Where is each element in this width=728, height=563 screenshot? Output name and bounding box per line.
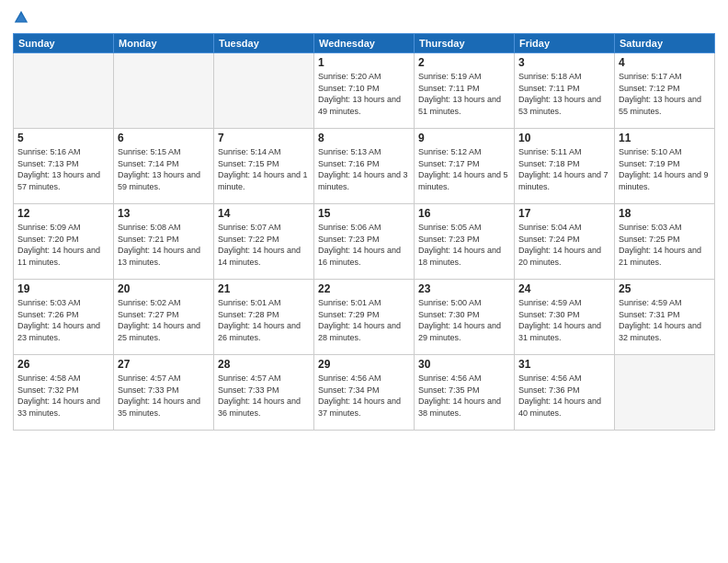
day-number: 27 (118, 358, 210, 371)
day-info: Sunrise: 5:16 AM Sunset: 7:13 PM Dayligh… (17, 146, 109, 192)
day-number: 5 (17, 132, 109, 144)
day-info: Sunrise: 4:58 AM Sunset: 7:32 PM Dayligh… (17, 373, 109, 419)
day-number: 25 (619, 282, 711, 295)
day-number: 15 (318, 207, 410, 220)
day-number: 19 (17, 282, 109, 295)
calendar-cell: 22Sunrise: 5:01 AM Sunset: 7:29 PM Dayli… (314, 280, 415, 355)
calendar-week-row: 5Sunrise: 5:16 AM Sunset: 7:13 PM Daylig… (14, 129, 715, 204)
calendar-cell: 29Sunrise: 4:56 AM Sunset: 7:34 PM Dayli… (314, 355, 415, 431)
day-info: Sunrise: 5:01 AM Sunset: 7:28 PM Dayligh… (218, 297, 310, 343)
calendar-cell: 26Sunrise: 4:58 AM Sunset: 7:32 PM Dayli… (14, 355, 114, 431)
calendar-cell: 2Sunrise: 5:19 AM Sunset: 7:11 PM Daylig… (415, 53, 515, 129)
calendar-cell (114, 53, 214, 129)
weekday-header: Wednesday (314, 34, 415, 53)
calendar-cell: 10Sunrise: 5:11 AM Sunset: 7:18 PM Dayli… (515, 129, 615, 204)
calendar-cell (615, 355, 715, 431)
day-number: 21 (218, 282, 310, 295)
day-number: 29 (318, 358, 410, 371)
day-info: Sunrise: 5:11 AM Sunset: 7:18 PM Dayligh… (518, 146, 610, 192)
day-info: Sunrise: 4:56 AM Sunset: 7:35 PM Dayligh… (418, 373, 510, 419)
day-number: 12 (17, 207, 109, 220)
day-number: 11 (619, 132, 711, 144)
day-info: Sunrise: 5:20 AM Sunset: 7:10 PM Dayligh… (318, 71, 410, 117)
day-info: Sunrise: 5:03 AM Sunset: 7:26 PM Dayligh… (17, 297, 109, 343)
calendar-cell: 9Sunrise: 5:12 AM Sunset: 7:17 PM Daylig… (415, 129, 515, 204)
day-info: Sunrise: 5:09 AM Sunset: 7:20 PM Dayligh… (17, 222, 109, 268)
calendar-week-row: 12Sunrise: 5:09 AM Sunset: 7:20 PM Dayli… (14, 204, 715, 280)
day-info: Sunrise: 5:14 AM Sunset: 7:15 PM Dayligh… (218, 146, 310, 192)
day-number: 28 (218, 358, 310, 371)
calendar-cell: 27Sunrise: 4:57 AM Sunset: 7:33 PM Dayli… (114, 355, 214, 431)
calendar-cell: 6Sunrise: 5:15 AM Sunset: 7:14 PM Daylig… (114, 129, 214, 204)
weekday-header: Sunday (14, 34, 114, 53)
day-number: 8 (318, 132, 410, 144)
day-info: Sunrise: 5:03 AM Sunset: 7:25 PM Dayligh… (619, 222, 711, 268)
calendar-cell: 19Sunrise: 5:03 AM Sunset: 7:26 PM Dayli… (14, 280, 114, 355)
calendar-cell: 25Sunrise: 4:59 AM Sunset: 7:31 PM Dayli… (615, 280, 715, 355)
calendar-cell: 28Sunrise: 4:57 AM Sunset: 7:33 PM Dayli… (214, 355, 314, 431)
weekday-header: Thursday (415, 34, 515, 53)
calendar: SundayMondayTuesdayWednesdayThursdayFrid… (13, 33, 715, 431)
day-info: Sunrise: 5:08 AM Sunset: 7:21 PM Dayligh… (118, 222, 210, 268)
day-number: 1 (318, 56, 410, 69)
calendar-cell: 13Sunrise: 5:08 AM Sunset: 7:21 PM Dayli… (114, 204, 214, 280)
calendar-cell: 30Sunrise: 4:56 AM Sunset: 7:35 PM Dayli… (415, 355, 515, 431)
day-info: Sunrise: 5:17 AM Sunset: 7:12 PM Dayligh… (619, 71, 711, 117)
day-info: Sunrise: 4:57 AM Sunset: 7:33 PM Dayligh… (118, 373, 210, 419)
weekday-header: Saturday (615, 34, 715, 53)
calendar-cell: 11Sunrise: 5:10 AM Sunset: 7:19 PM Dayli… (615, 129, 715, 204)
day-info: Sunrise: 5:18 AM Sunset: 7:11 PM Dayligh… (518, 71, 610, 117)
calendar-cell: 16Sunrise: 5:05 AM Sunset: 7:23 PM Dayli… (415, 204, 515, 280)
calendar-week-row: 26Sunrise: 4:58 AM Sunset: 7:32 PM Dayli… (14, 355, 715, 431)
day-number: 13 (118, 207, 210, 220)
day-number: 18 (619, 207, 711, 220)
day-number: 3 (518, 56, 610, 69)
day-number: 30 (418, 358, 510, 371)
calendar-cell: 14Sunrise: 5:07 AM Sunset: 7:22 PM Dayli… (214, 204, 314, 280)
day-info: Sunrise: 5:06 AM Sunset: 7:23 PM Dayligh… (318, 222, 410, 268)
day-info: Sunrise: 4:56 AM Sunset: 7:36 PM Dayligh… (518, 373, 610, 419)
calendar-cell: 4Sunrise: 5:17 AM Sunset: 7:12 PM Daylig… (615, 53, 715, 129)
calendar-cell: 8Sunrise: 5:13 AM Sunset: 7:16 PM Daylig… (314, 129, 415, 204)
weekday-header: Friday (515, 34, 615, 53)
day-info: Sunrise: 5:04 AM Sunset: 7:24 PM Dayligh… (518, 222, 610, 268)
day-info: Sunrise: 4:59 AM Sunset: 7:31 PM Dayligh… (619, 297, 711, 343)
day-number: 9 (418, 132, 510, 144)
day-info: Sunrise: 5:00 AM Sunset: 7:30 PM Dayligh… (418, 297, 510, 343)
calendar-cell: 21Sunrise: 5:01 AM Sunset: 7:28 PM Dayli… (214, 280, 314, 355)
day-number: 7 (218, 132, 310, 144)
calendar-cell: 20Sunrise: 5:02 AM Sunset: 7:27 PM Dayli… (114, 280, 214, 355)
day-info: Sunrise: 4:57 AM Sunset: 7:33 PM Dayligh… (218, 373, 310, 419)
calendar-cell (214, 53, 314, 129)
day-number: 23 (418, 282, 510, 295)
calendar-cell: 1Sunrise: 5:20 AM Sunset: 7:10 PM Daylig… (314, 53, 415, 129)
calendar-week-row: 19Sunrise: 5:03 AM Sunset: 7:26 PM Dayli… (14, 280, 715, 355)
day-number: 17 (518, 207, 610, 220)
day-info: Sunrise: 4:56 AM Sunset: 7:34 PM Dayligh… (318, 373, 410, 419)
day-number: 31 (518, 358, 610, 371)
weekday-header: Tuesday (214, 34, 314, 53)
day-number: 20 (118, 282, 210, 295)
calendar-cell: 15Sunrise: 5:06 AM Sunset: 7:23 PM Dayli… (314, 204, 415, 280)
day-number: 22 (318, 282, 410, 295)
day-info: Sunrise: 5:01 AM Sunset: 7:29 PM Dayligh… (318, 297, 410, 343)
calendar-cell: 24Sunrise: 4:59 AM Sunset: 7:30 PM Dayli… (515, 280, 615, 355)
day-info: Sunrise: 5:13 AM Sunset: 7:16 PM Dayligh… (318, 146, 410, 192)
day-number: 24 (518, 282, 610, 295)
day-info: Sunrise: 4:59 AM Sunset: 7:30 PM Dayligh… (518, 297, 610, 343)
calendar-cell: 31Sunrise: 4:56 AM Sunset: 7:36 PM Dayli… (515, 355, 615, 431)
day-info: Sunrise: 5:19 AM Sunset: 7:11 PM Dayligh… (418, 71, 510, 117)
day-number: 14 (218, 207, 310, 220)
calendar-cell: 12Sunrise: 5:09 AM Sunset: 7:20 PM Dayli… (14, 204, 114, 280)
day-number: 4 (619, 56, 711, 69)
calendar-cell: 7Sunrise: 5:14 AM Sunset: 7:15 PM Daylig… (214, 129, 314, 204)
logo (13, 9, 31, 26)
calendar-cell: 3Sunrise: 5:18 AM Sunset: 7:11 PM Daylig… (515, 53, 615, 129)
weekday-header: Monday (114, 34, 214, 53)
calendar-cell: 5Sunrise: 5:16 AM Sunset: 7:13 PM Daylig… (14, 129, 114, 204)
weekday-header-row: SundayMondayTuesdayWednesdayThursdayFrid… (14, 34, 715, 53)
calendar-cell: 17Sunrise: 5:04 AM Sunset: 7:24 PM Dayli… (515, 204, 615, 280)
calendar-week-row: 1Sunrise: 5:20 AM Sunset: 7:10 PM Daylig… (14, 53, 715, 129)
day-info: Sunrise: 5:07 AM Sunset: 7:22 PM Dayligh… (218, 222, 310, 268)
day-number: 6 (118, 132, 210, 144)
